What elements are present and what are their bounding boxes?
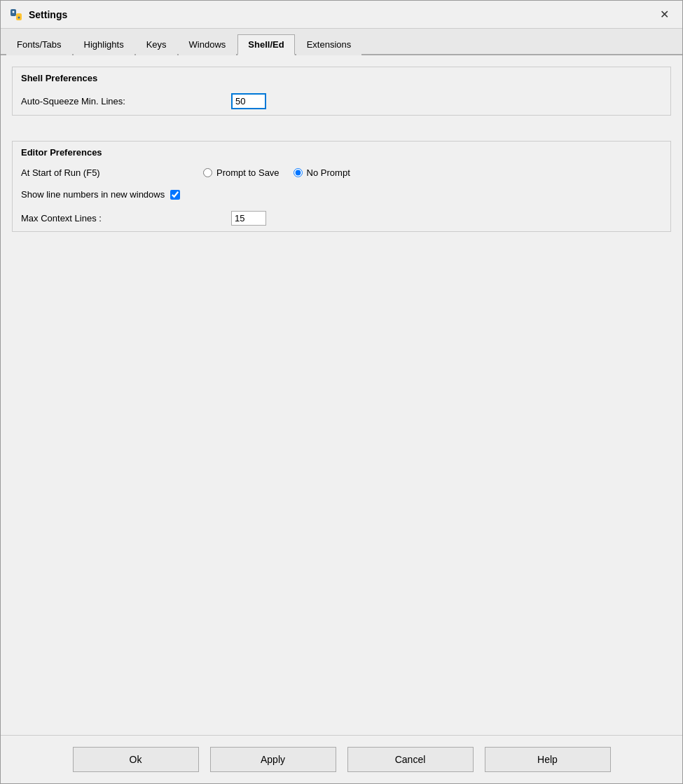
auto-squeeze-row: Auto-Squeeze Min. Lines:	[13, 88, 670, 115]
no-prompt-label: No Prompt	[307, 167, 350, 178]
auto-squeeze-label: Auto-Squeeze Min. Lines:	[21, 96, 231, 106]
prompt-to-save-option[interactable]: Prompt to Save	[203, 167, 280, 178]
show-line-numbers-label: Show line numbers in new windows	[21, 189, 165, 200]
editor-preferences-header: Editor Preferences	[13, 142, 670, 162]
window-title: Settings	[29, 9, 67, 20]
at-start-row: At Start of Run (F5) Prompt to Save No P…	[13, 162, 670, 184]
no-prompt-radio[interactable]	[294, 168, 303, 177]
tab-windows[interactable]: Windows	[179, 34, 237, 55]
content-area: Shell Preferences Auto-Squeeze Min. Line…	[1, 55, 682, 735]
at-start-radio-group: Prompt to Save No Prompt	[203, 167, 361, 178]
apply-button[interactable]: Apply	[210, 747, 336, 772]
prompt-to-save-label: Prompt to Save	[216, 167, 280, 178]
help-button[interactable]: Help	[485, 747, 611, 772]
max-context-row: Max Context Lines :	[13, 205, 670, 231]
shell-preferences-section: Shell Preferences Auto-Squeeze Min. Line…	[12, 67, 671, 116]
title-bar: Settings ✕	[1, 1, 682, 29]
settings-window: Settings ✕ Fonts/Tabs Highlights Keys Wi…	[0, 0, 683, 784]
max-context-input[interactable]	[231, 211, 266, 226]
no-prompt-option[interactable]: No Prompt	[294, 167, 350, 178]
ok-button[interactable]: Ok	[73, 747, 199, 772]
title-bar-left: Settings	[9, 8, 67, 22]
at-start-label: At Start of Run (F5)	[21, 167, 203, 178]
cancel-button[interactable]: Cancel	[347, 747, 474, 772]
tab-fonts-tabs[interactable]: Fonts/Tabs	[6, 34, 72, 55]
tab-keys[interactable]: Keys	[136, 34, 177, 55]
prompt-to-save-radio[interactable]	[203, 168, 212, 177]
close-button[interactable]: ✕	[654, 5, 674, 25]
svg-point-3	[18, 16, 20, 18]
tab-bar: Fonts/Tabs Highlights Keys Windows Shell…	[1, 29, 682, 55]
auto-squeeze-input[interactable]	[231, 93, 266, 109]
tab-highlights[interactable]: Highlights	[74, 34, 134, 55]
show-line-numbers-checkbox[interactable]	[170, 190, 180, 200]
show-line-numbers-row: Show line numbers in new windows	[13, 184, 670, 205]
svg-point-2	[13, 11, 15, 13]
shell-preferences-header: Shell Preferences	[13, 67, 670, 88]
editor-preferences-section: Editor Preferences At Start of Run (F5) …	[12, 141, 671, 232]
footer: Ok Apply Cancel Help	[1, 735, 682, 783]
max-context-label: Max Context Lines :	[21, 213, 231, 223]
tab-shell-ed[interactable]: Shell/Ed	[237, 34, 294, 55]
tab-extensions[interactable]: Extensions	[296, 34, 362, 55]
python-icon	[9, 8, 23, 22]
